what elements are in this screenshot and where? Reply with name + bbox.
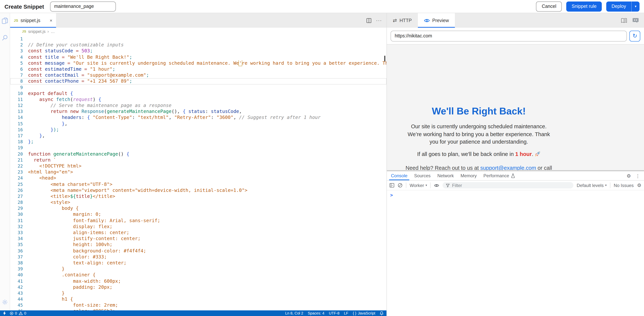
snippet-rule-button[interactable]: Snippet rule [566, 1, 602, 12]
code-line[interactable]: 7const contactEmail = "support@example.c… [10, 72, 386, 78]
code-line[interactable]: 29 body { [10, 205, 386, 211]
cancel-button[interactable]: Cancel [536, 1, 562, 12]
code-line[interactable]: 1 [10, 36, 386, 42]
code-line[interactable]: 44 h1 { [10, 296, 386, 302]
code-line[interactable]: 15 }, [10, 121, 386, 127]
code-line[interactable]: 22 <!DOCTYPE html> [10, 163, 386, 169]
code-line[interactable]: 17 }, [10, 133, 386, 139]
braces-icon: { } [353, 311, 356, 315]
code-line[interactable]: 11 async fetch(request) { [10, 97, 386, 103]
code-line[interactable]: 4const title = "We'll Be Right Back!"; [10, 54, 386, 60]
tab-close-icon[interactable]: × [50, 18, 52, 23]
devtools-menu-kebab-icon[interactable]: ⋮ [636, 173, 640, 179]
encoding-setting[interactable]: UTF-8 [329, 311, 340, 315]
log-levels-dropdown[interactable]: Default levels▾ [577, 183, 606, 188]
code-line[interactable]: 23<html lang="en"> [10, 169, 386, 175]
code-line[interactable]: 5const message = "Our site is currently … [10, 60, 386, 66]
code-line[interactable]: 20function generateMaintenancePage() { [10, 151, 386, 157]
code-line[interactable]: 39 } [10, 266, 386, 272]
devtools-tabbar: Console Sources Network Memory Performan… [387, 171, 644, 181]
search-icon[interactable] [1, 34, 8, 42]
code-line[interactable]: 2// Define your customizable inputs [10, 42, 386, 48]
code-line[interactable]: 41 max-width: 600px; [10, 278, 386, 284]
eol-setting[interactable]: LF [344, 311, 348, 315]
code-line[interactable]: 43 } [10, 290, 386, 296]
code-line[interactable]: 37 color: #333; [10, 254, 386, 260]
deploy-dropdown-caret[interactable]: ▾ [631, 1, 640, 12]
issues-counter[interactable]: No Issues [614, 183, 634, 188]
code-line[interactable]: 8const contactPhone = "+1 234 567 89"; [10, 78, 386, 84]
tab-snippet-js[interactable]: JS snippet.js × [10, 13, 56, 28]
devtools-tab-sources[interactable]: Sources [411, 171, 434, 180]
code-line[interactable]: 46 color: #0056b3; [10, 308, 386, 310]
notifications-bell-icon[interactable] [380, 311, 384, 315]
tab-http[interactable]: ⇄ HTTP [387, 13, 418, 28]
code-line[interactable]: 40 .container { [10, 272, 386, 278]
live-expression-eye-icon[interactable] [434, 183, 439, 187]
refresh-button[interactable]: ↻ [630, 31, 640, 41]
split-editor-icon[interactable] [366, 18, 372, 23]
code-line[interactable]: 32 display: flex; [10, 224, 386, 230]
line-number: 2 [10, 42, 28, 48]
devtools-settings-gear-icon[interactable]: ⚙ [626, 173, 631, 179]
remote-indicator-icon[interactable] [3, 311, 6, 315]
console-output[interactable]: > [387, 190, 644, 316]
code-line[interactable]: 9 [10, 84, 386, 90]
indentation-setting[interactable]: Spaces: 4 [308, 311, 324, 315]
code-line[interactable]: 34 justify-content: center; [10, 236, 386, 242]
snippet-name-input[interactable] [50, 1, 116, 12]
code-line[interactable]: 35 height: 100vh; [10, 242, 386, 248]
devtools-tab-performance[interactable]: Performance [480, 171, 518, 180]
problems-indicator[interactable]: 0 0 [10, 311, 26, 315]
code-line[interactable]: 10export default { [10, 90, 386, 96]
devtools-tab-memory[interactable]: Memory [457, 171, 480, 180]
code-line[interactable]: 19 [10, 145, 386, 151]
console-filter-input[interactable]: Filter [443, 182, 573, 188]
code-line[interactable]: 18}; [10, 139, 386, 145]
code-line[interactable]: 6const estimatedTime = "1 hour"; [10, 66, 386, 72]
email-link[interactable]: support@example.com [480, 165, 536, 170]
code-line[interactable]: 27 <title>${title}</title> [10, 193, 386, 199]
language-mode[interactable]: { } JavaScript [353, 311, 375, 315]
line-number: 5 [10, 60, 28, 66]
preview-url-input[interactable] [390, 31, 627, 41]
code-line[interactable]: 30 margin: 0; [10, 211, 386, 217]
console-settings-gear-icon[interactable]: ⚙ [637, 182, 642, 188]
code-line[interactable]: 25 <meta charset="UTF-8"> [10, 181, 386, 187]
devtools-tab-network[interactable]: Network [434, 171, 457, 180]
settings-gear-icon[interactable] [1, 298, 8, 306]
code-line[interactable]: 28 <style> [10, 199, 386, 205]
deploy-button[interactable]: Deploy [606, 1, 631, 12]
code-line[interactable]: 3const statusCode = 503; [10, 48, 386, 54]
console-toolbar: Worker▾ Filter Default levels▾ [387, 181, 644, 190]
tab-preview[interactable]: Preview [418, 13, 455, 28]
code-line[interactable]: 13 return new Response(generateMaintenan… [10, 109, 386, 115]
discord-icon[interactable] [632, 18, 639, 23]
devtools-tab-console[interactable]: Console [388, 171, 411, 180]
files-icon[interactable] [1, 17, 8, 24]
console-sidebar-toggle-icon[interactable] [390, 183, 394, 188]
line-number: 10 [10, 90, 28, 96]
code-line[interactable]: 24 <head> [10, 175, 386, 181]
code-line[interactable]: 12 // Serve the maintenance page as a re… [10, 103, 386, 108]
console-prompt-chevron[interactable]: > [390, 193, 393, 198]
code-line[interactable]: 45 font-size: 2rem; [10, 302, 386, 308]
line-number: 20 [10, 151, 28, 157]
more-actions-icon[interactable]: ··· [376, 18, 382, 23]
code-line[interactable]: 31 font-family: Arial, sans-serif; [10, 217, 386, 223]
code-editor[interactable]: 12// Define your customizable inputs3con… [10, 35, 386, 310]
cursor-position[interactable]: Ln 8, Col 2 [285, 311, 303, 315]
context-selector[interactable]: Worker▾ [410, 183, 427, 188]
code-line[interactable]: 42 padding: 20px; [10, 284, 386, 290]
code-line[interactable]: 38 text-align: center; [10, 260, 386, 266]
line-number: 32 [10, 224, 28, 230]
code-line[interactable]: 36 background-color: #f4f4f4; [10, 248, 386, 254]
code-line[interactable]: 33 align-items: center; [10, 230, 386, 236]
code-line[interactable]: 16 }); [10, 127, 386, 133]
clear-console-icon[interactable] [398, 183, 402, 188]
code-line[interactable]: 14 headers: { "Content-Type": "text/html… [10, 115, 386, 121]
docs-book-icon[interactable] [621, 18, 627, 23]
breadcrumb[interactable]: JS snippet.js › … [10, 28, 386, 35]
code-line[interactable]: 26 <meta name="viewport" content="width=… [10, 187, 386, 193]
code-line[interactable]: 21 return ` [10, 157, 386, 163]
